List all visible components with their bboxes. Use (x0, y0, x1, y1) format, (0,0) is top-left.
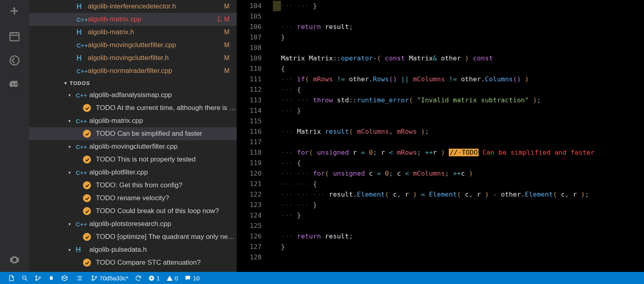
file-row[interactable]: Halgolib-matrix.hM (29, 26, 237, 39)
editor[interactable]: 1041051061071081091101111121131141151161… (237, 0, 644, 272)
todo-text: TODO This is not properly tested (96, 155, 196, 164)
todo-item[interactable]: TODO Can be simplified and faster (29, 127, 237, 140)
gear-icon[interactable] (5, 250, 24, 269)
todo-text: TODO At the current time, although there… (96, 104, 237, 112)
branch-name: 70d5a33c* (99, 275, 128, 282)
status-indent-icon[interactable] (73, 272, 86, 284)
check-icon (83, 181, 91, 189)
status-comments[interactable]: 10 (181, 272, 203, 284)
file-row[interactable]: Halgolib-movingclutterfilter.hM (29, 52, 237, 64)
h-file-icon: H (76, 28, 88, 37)
todo-group-name: algolib-pulsedata.h (89, 246, 147, 254)
status-sync-icon[interactable] (132, 272, 145, 284)
activity-bar (0, 0, 29, 272)
cpp-file-icon: C++ (76, 221, 87, 228)
status-errors[interactable]: 1 (145, 272, 163, 284)
file-name: algolib-matrix.cpp (88, 15, 141, 23)
todos-section-header[interactable]: ▾ TODOS (29, 77, 237, 89)
svg-point-16 (92, 276, 93, 277)
status-file-icon[interactable] (5, 272, 18, 284)
status-extensions-icon[interactable] (58, 272, 71, 284)
file-badge: M (224, 41, 229, 49)
cpp-file-icon: C++ (76, 16, 88, 23)
todo-group[interactable]: ▾C++algolib-matrix.cpp (29, 114, 237, 127)
warning-count: 0 (175, 275, 178, 282)
file-name: algolib-movingclutterfilter.cpp (88, 41, 176, 49)
svg-point-10 (35, 276, 37, 277)
todo-text: TODO Compare STC attenuation? (96, 259, 200, 267)
cpp-file-icon: C++ (76, 169, 87, 176)
todo-group-name: algolib-plotfilter.cpp (89, 168, 148, 176)
svg-point-11 (35, 279, 37, 280)
svg-rect-0 (10, 33, 19, 41)
todo-item[interactable]: TODO Could break out of this loop now? (29, 205, 237, 218)
todo-item[interactable]: TODO Compare STC attenuation? (29, 256, 237, 269)
file-badge: M (224, 29, 229, 36)
file-name: algolib-normalradarfilter.cpp (88, 67, 172, 75)
check-icon (83, 207, 91, 215)
h-file-icon: H (76, 54, 88, 62)
status-warnings[interactable]: 0 (163, 272, 181, 284)
file-name: algolib-interferencedetector.h (88, 2, 176, 10)
file-row[interactable]: Halgolib-interferencedetector.hM (29, 0, 237, 13)
todo-item[interactable]: TODO This is not properly tested (29, 153, 237, 166)
todo-group[interactable]: ▾C++algolib-movingclutterfilter.cpp (29, 140, 237, 153)
todo-group[interactable]: ▾Halgolib-pulsedata.h (29, 243, 237, 256)
svg-line-9 (25, 279, 27, 280)
file-badge: M (224, 54, 229, 62)
calendar-icon[interactable] (5, 27, 24, 46)
svg-point-8 (23, 276, 26, 279)
cpp-file-icon: C++ (76, 42, 88, 49)
file-row[interactable]: C++algolib-matrix.cpp1, M (29, 13, 237, 26)
svg-point-18 (95, 276, 97, 278)
todo-group-name: algolib-plotstoresearch.cpp (89, 220, 171, 228)
todos-title: TODOS (70, 80, 90, 86)
h-file-icon: H (76, 246, 87, 254)
status-branch[interactable]: 70d5a33c* (88, 272, 132, 284)
caret-down-icon: ▾ (68, 118, 72, 124)
caret-down-icon: ▾ (68, 222, 72, 227)
todo-item[interactable]: TODO rename velocity? (29, 192, 237, 205)
open-editors-list: Halgolib-interferencedetector.hMC++algol… (29, 0, 237, 77)
caret-down-icon: ▾ (64, 81, 67, 86)
todo-text: TODO rename velocity? (96, 194, 169, 202)
todo-text: TODO Could break out of this loop now? (96, 207, 219, 215)
todo-item[interactable]: TODO [optimize] The quadrant may only ne… (29, 230, 237, 243)
discord-icon[interactable] (5, 75, 24, 94)
todos-list: ▾C++algolib-adfanalysismap.cppTODO At th… (29, 89, 237, 269)
todo-group[interactable]: ▾C++algolib-adfanalysismap.cpp (29, 89, 237, 102)
h-file-icon: H (76, 2, 88, 11)
todo-item[interactable]: TODO: Get this from config? (29, 179, 237, 192)
status-debug-icon[interactable] (45, 272, 58, 284)
cpp-file-icon: C++ (76, 143, 87, 150)
todo-group[interactable]: ▾C++algolib-plotstoresearch.cpp (29, 218, 237, 230)
tree-icon[interactable] (5, 2, 24, 22)
check-icon (83, 259, 91, 267)
check-icon (83, 130, 91, 138)
file-badge: 1, M (217, 16, 229, 23)
todo-item[interactable]: TODO At the current time, although there… (29, 102, 237, 114)
status-source-control-icon[interactable] (31, 272, 45, 284)
check-icon (83, 104, 91, 112)
file-row[interactable]: C++algolib-movingclutterfilter.cppM (29, 39, 237, 52)
caret-down-icon: ▾ (68, 144, 72, 149)
file-row[interactable]: C++algolib-normalradarfilter.cppM (29, 64, 237, 77)
status-bar: 70d5a33c* 1 0 10 (0, 272, 644, 284)
file-badge: M (224, 67, 229, 75)
circle-arrow-icon[interactable] (5, 51, 24, 70)
cpp-file-icon: C++ (76, 118, 87, 124)
caret-down-icon: ▾ (68, 93, 72, 98)
caret-down-icon: ▾ (68, 170, 72, 175)
error-count: 1 (157, 275, 160, 282)
status-search-icon[interactable] (18, 272, 31, 284)
file-name: algolib-matrix.h (88, 28, 134, 36)
code-area[interactable]: ··· ··· }··· return result;}Matrix Matri… (281, 0, 644, 272)
todo-text: TODO Can be simplified and faster (96, 130, 202, 138)
todo-group-name: algolib-adfanalysismap.cpp (89, 91, 172, 99)
line-number-gutter: 1041051061071081091101111121131141151161… (237, 0, 273, 272)
todo-text: TODO: Get this from config? (96, 181, 182, 189)
comment-count: 10 (193, 275, 200, 282)
todo-text: TODO [optimize] The quadrant may only ne… (96, 233, 237, 241)
todo-group[interactable]: ▾C++algolib-plotfilter.cpp (29, 166, 237, 179)
todo-group-name: algolib-matrix.cpp (89, 117, 143, 125)
